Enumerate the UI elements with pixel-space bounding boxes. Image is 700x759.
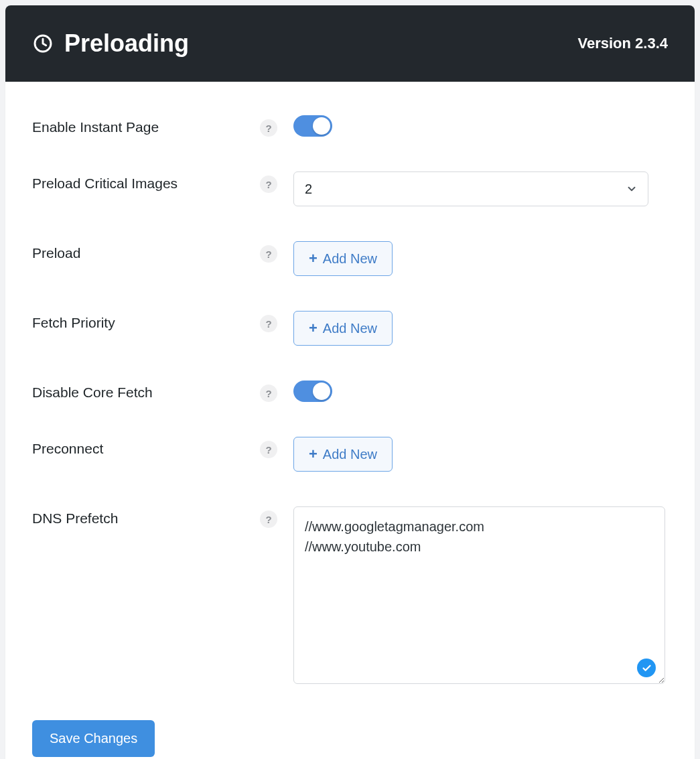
plus-icon: + — [309, 321, 318, 336]
row-preload: Preload ? + Add New — [32, 241, 668, 276]
row-enable-instant-page: Enable Instant Page ? — [32, 115, 668, 137]
add-new-fetch-priority-button[interactable]: + Add New — [293, 311, 393, 346]
row-dns-prefetch: DNS Prefetch ? — [32, 506, 668, 687]
label-preconnect: Preconnect — [32, 437, 260, 457]
label-enable-instant-page: Enable Instant Page — [32, 115, 260, 135]
toggle-disable-core-fetch[interactable] — [293, 381, 332, 402]
row-disable-core-fetch: Disable Core Fetch ? — [32, 381, 668, 402]
clock-icon — [32, 33, 54, 54]
label-disable-core-fetch: Disable Core Fetch — [32, 381, 260, 401]
page-title: Preloading — [64, 29, 189, 58]
add-new-preload-button[interactable]: + Add New — [293, 241, 393, 276]
label-dns-prefetch: DNS Prefetch — [32, 506, 260, 527]
row-preconnect: Preconnect ? + Add New — [32, 437, 668, 472]
panel-header: Preloading Version 2.3.4 — [5, 5, 695, 82]
plus-icon: + — [309, 251, 318, 266]
help-icon[interactable]: ? — [260, 510, 277, 528]
row-fetch-priority: Fetch Priority ? + Add New — [32, 311, 668, 346]
label-preload: Preload — [32, 241, 260, 261]
help-icon[interactable]: ? — [260, 119, 277, 137]
panel-title-wrap: Preloading — [32, 29, 189, 58]
plus-icon: + — [309, 447, 318, 462]
add-new-label: Add New — [323, 321, 377, 336]
add-new-label: Add New — [323, 447, 377, 462]
check-icon[interactable] — [637, 659, 656, 677]
help-icon[interactable]: ? — [260, 441, 277, 458]
help-icon[interactable]: ? — [260, 315, 277, 332]
add-new-label: Add New — [323, 251, 377, 267]
preloading-panel: Preloading Version 2.3.4 Enable Instant … — [5, 5, 695, 759]
label-preload-critical-images: Preload Critical Images — [32, 171, 260, 192]
help-icon[interactable]: ? — [260, 385, 277, 402]
textarea-dns-prefetch[interactable] — [293, 506, 665, 684]
row-preload-critical-images: Preload Critical Images ? 2 — [32, 171, 668, 206]
panel-body: Enable Instant Page ? Preload Critical I… — [5, 82, 695, 759]
help-icon[interactable]: ? — [260, 176, 277, 193]
add-new-preconnect-button[interactable]: + Add New — [293, 437, 393, 472]
label-fetch-priority: Fetch Priority — [32, 311, 260, 331]
select-preload-critical-images[interactable]: 2 — [293, 171, 648, 206]
help-icon[interactable]: ? — [260, 245, 277, 263]
save-changes-button[interactable]: Save Changes — [32, 720, 155, 757]
toggle-enable-instant-page[interactable] — [293, 115, 332, 137]
version-label: Version 2.3.4 — [577, 35, 668, 52]
